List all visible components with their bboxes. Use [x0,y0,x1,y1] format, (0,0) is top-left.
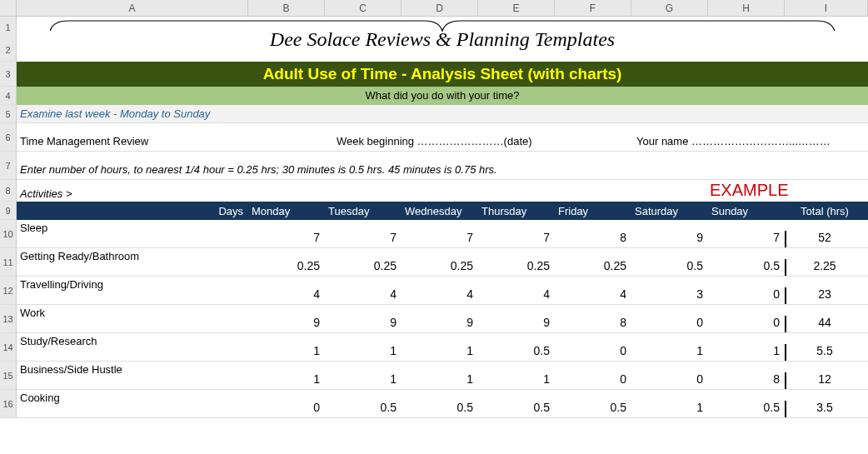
total-value[interactable]: 23 [785,287,868,304]
activity-label[interactable]: Getting Ready/Bathroom [17,248,248,262]
activity-label[interactable]: Study/Research [17,333,248,347]
row-header-3[interactable]: 3 [0,62,17,87]
cell-value[interactable]: 0.5 [631,259,708,276]
cell-value[interactable]: 0.25 [325,259,402,276]
total-value[interactable]: 5.5 [785,344,868,361]
activity-label[interactable]: Sleep [17,220,248,234]
row-header-8[interactable]: 8 [0,180,17,202]
row-header-13[interactable]: 13 [0,305,17,333]
cell-value[interactable]: 0.5 [555,401,631,417]
col-header-c[interactable]: C [325,0,402,16]
cell-value[interactable]: 9 [631,231,708,247]
row-header-2[interactable]: 2 [5,39,10,62]
table-row: 16Cooking00.50.50.50.510.53.5 [0,390,868,418]
row-header-16[interactable]: 16 [0,390,17,418]
total-value[interactable]: 2.25 [785,259,868,276]
cell-value[interactable]: 9 [478,316,555,332]
cell-value[interactable]: 0.5 [708,401,785,417]
cell-value[interactable]: 0.5 [478,401,555,417]
cell-value[interactable]: 0.5 [708,259,785,276]
cell-value[interactable]: 1 [325,372,402,389]
cell-value[interactable]: 0.5 [325,401,402,417]
cell-value[interactable]: 1 [402,344,478,361]
cell-value[interactable]: 1 [325,344,402,361]
total-value[interactable]: 44 [785,316,868,332]
total-value[interactable]: 52 [785,231,868,247]
days-label: Days [17,205,248,217]
page-subtitle: What did you do with your time? [17,87,868,105]
cell-value[interactable]: 4 [555,287,631,304]
cell-value[interactable]: 0 [555,372,631,389]
cell-value[interactable]: 1 [248,372,325,389]
day-tuesday: Tuesday [325,205,402,217]
row-header-7[interactable]: 7 [0,152,17,180]
col-header-h[interactable]: H [708,0,785,16]
day-thursday: Thursday [478,205,555,217]
activity-label[interactable]: Business/Side Hustle [17,362,248,376]
day-saturday: Saturday [631,205,708,217]
table-row: 12Travelling/Driving444443023 [0,277,868,305]
your-name-label: Your name ………………………...……… [633,135,868,147]
cell-value[interactable]: 8 [555,231,631,247]
row-header-15[interactable]: 15 [0,362,17,390]
activity-label[interactable]: Cooking [17,390,248,404]
row-header-1[interactable]: 1 [5,17,10,39]
col-header-e[interactable]: E [478,0,555,16]
activity-label[interactable]: Work [17,305,248,319]
cell-value[interactable]: 4 [478,287,555,304]
instructions-text: Enter number of hours, to nearest 1/4 ho… [17,152,868,180]
cell-value[interactable]: 0.25 [248,259,325,276]
cell-value[interactable]: 0 [631,372,708,389]
cell-value[interactable]: 1 [248,344,325,361]
col-header-a[interactable]: A [17,0,248,16]
row-header-10[interactable]: 10 [0,220,17,248]
cell-value[interactable]: 0.5 [402,401,478,417]
table-row: 10Sleep777789752 [0,220,868,248]
cell-value[interactable]: 4 [325,287,402,304]
cell-value[interactable]: 3 [631,287,708,304]
cell-value[interactable]: 1 [402,372,478,389]
week-beginning-label: Week beginning ……………………(date) [333,135,633,147]
cell-value[interactable]: 9 [402,316,478,332]
cell-value[interactable]: 7 [478,231,555,247]
col-header-i[interactable]: I [785,0,868,16]
brand-banner: Dee Solace Reviews & Planning Templates [17,17,868,62]
cell-value[interactable]: 8 [555,316,631,332]
cell-value[interactable]: 1 [631,344,708,361]
cell-value[interactable]: 0 [248,401,325,417]
cell-value[interactable]: 9 [325,316,402,332]
row-header-6[interactable]: 6 [0,123,17,152]
cell-value[interactable]: 0 [708,287,785,304]
cell-value[interactable]: 7 [402,231,478,247]
col-header-d[interactable]: D [402,0,478,16]
cell-value[interactable]: 7 [708,231,785,247]
cell-value[interactable]: 4 [248,287,325,304]
cell-value[interactable]: 0 [555,344,631,361]
total-value[interactable]: 12 [785,372,868,389]
row-header-12[interactable]: 12 [0,277,17,305]
col-header-g[interactable]: G [631,0,708,16]
cell-value[interactable]: 0.25 [478,259,555,276]
cell-value[interactable]: 0.5 [478,344,555,361]
col-header-f[interactable]: F [555,0,631,16]
cell-value[interactable]: 7 [248,231,325,247]
cell-value[interactable]: 0 [631,316,708,332]
activity-label[interactable]: Travelling/Driving [17,277,248,291]
cell-value[interactable]: 0 [708,316,785,332]
row-header-5[interactable]: 5 [0,105,17,123]
cell-value[interactable]: 1 [708,344,785,361]
cell-value[interactable]: 1 [478,372,555,389]
row-header-4[interactable]: 4 [0,87,17,105]
total-value[interactable]: 3.5 [785,401,868,417]
row-header-9[interactable]: 9 [0,202,17,220]
row-header-11[interactable]: 11 [0,248,17,277]
cell-value[interactable]: 8 [708,372,785,389]
cell-value[interactable]: 9 [248,316,325,332]
row-header-14[interactable]: 14 [0,333,17,362]
cell-value[interactable]: 4 [402,287,478,304]
cell-value[interactable]: 7 [325,231,402,247]
cell-value[interactable]: 0.25 [402,259,478,276]
col-header-b[interactable]: B [248,0,325,16]
cell-value[interactable]: 0.25 [555,259,631,276]
cell-value[interactable]: 1 [631,401,708,417]
